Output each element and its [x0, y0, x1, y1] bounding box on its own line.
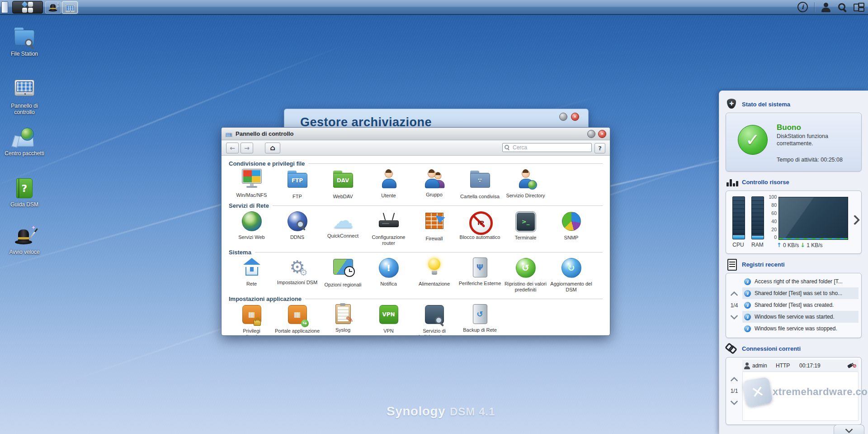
quick-launch-button[interactable]: ✦	[45, 1, 61, 14]
dsm-branding: Synology DSM 4.1	[387, 404, 495, 419]
taskbar: ✦ i	[0, 0, 868, 15]
app-network[interactable]: Rete	[229, 257, 274, 293]
search-icon[interactable]	[837, 2, 847, 12]
synology-logo: Synology	[387, 404, 445, 419]
app-winmacnfs[interactable]: Win/Mac/NFS	[229, 168, 274, 200]
dsm-update-icon: ↻	[561, 258, 582, 280]
log-list: iAccess right of the shared folder [T...…	[742, 276, 859, 334]
network-graph-yaxis: 100806040200	[766, 195, 777, 240]
desktop-icon-control-panel[interactable]: Pannello di controllo	[3, 77, 46, 116]
search-input[interactable]	[512, 144, 590, 151]
app-vpn[interactable]: VPNVPN	[366, 303, 411, 336]
app-webdav[interactable]: DAVWebDAV	[320, 168, 366, 200]
desktop-icon-dsm-help[interactable]: ?Guida DSM	[3, 177, 46, 208]
section-divider	[273, 205, 603, 206]
page-down-icon[interactable]	[731, 312, 738, 320]
resource-monitor-header: Controllo risorse	[726, 176, 862, 188]
app-syslog[interactable]: ✎Syslog	[320, 303, 366, 336]
app-app-portal[interactable]: ▦↪Portale applicazione	[274, 303, 320, 336]
pilot-view-icon[interactable]	[854, 3, 864, 12]
back-button[interactable]: ←	[226, 143, 239, 153]
external-devices-icon: Ψ	[469, 258, 491, 279]
app-notification[interactable]: !Notifica	[366, 257, 411, 293]
taskbar-separator	[814, 2, 815, 12]
app-terminal[interactable]: >_Terminale	[503, 210, 548, 246]
system-status-widget: ✓ Buono DiskStation funziona correttamen…	[726, 113, 862, 172]
app-external-devices[interactable]: ΨPeriferiche Esterne	[457, 257, 503, 293]
widget-title: Connessioni correnti	[742, 345, 801, 352]
info-icon: i	[744, 325, 751, 332]
minimize-button[interactable]	[587, 130, 595, 138]
log-text: Windows file service was stopped.	[755, 325, 837, 332]
app-group[interactable]: Gruppo	[411, 168, 457, 200]
close-button[interactable]: ✕	[571, 113, 579, 121]
window-title: Pannello di controllo	[236, 130, 294, 137]
app-label: Portale applicazione	[274, 328, 320, 334]
desktop-icon-quick-start[interactable]: ✦Avvio veloce	[3, 226, 46, 256]
app-snmp[interactable]: SNMP	[548, 210, 594, 246]
log-row[interactable]: iAccess right of the shared folder [T...	[742, 276, 859, 287]
log-row[interactable]: iWindows file service was stopped.	[742, 323, 859, 334]
page-up-icon[interactable]	[731, 377, 738, 385]
app-auto-block[interactable]: IPBlocco automatico	[457, 210, 503, 246]
page-indicator: 1/1	[731, 388, 738, 394]
minimize-button[interactable]	[559, 113, 567, 121]
app-power[interactable]: Alimentazione	[411, 257, 457, 293]
section-divider	[305, 299, 603, 299]
app-label: Alimentazione	[411, 281, 457, 287]
control-panel-titlebar[interactable]: Pannello di controllo ✕	[222, 128, 610, 140]
section: SistemaRete⚙⚙Impostazioni DSMOpzioni reg…	[229, 249, 603, 293]
app-ftp[interactable]: FTPFTP	[274, 168, 320, 200]
help-button[interactable]: ?	[594, 143, 605, 153]
app-ddns[interactable]: DDNS	[274, 210, 320, 246]
download-arrow-icon: ↓	[800, 242, 805, 248]
dsm-settings-icon: ⚙⚙	[287, 257, 308, 278]
log-row[interactable]: iShared folder [Test] was created.	[742, 299, 859, 311]
app-dsm-update[interactable]: ↻Aggiornamento del DSM	[548, 257, 594, 293]
desktop-icon-file-station[interactable]: File Station	[3, 25, 46, 57]
app-dsm-settings[interactable]: ⚙⚙Impostazioni DSM	[274, 257, 320, 293]
dsm-version: DSM 4.1	[450, 405, 495, 418]
app-label: Impostazioni DSM	[274, 280, 320, 286]
app-app-privileges[interactable]: ▦Privilegi applicazione	[229, 303, 274, 336]
app-web-services[interactable]: Servizi Web	[229, 210, 274, 246]
show-desktop-button[interactable]	[1, 1, 8, 13]
power-icon	[424, 258, 445, 280]
forward-button[interactable]: →	[241, 143, 253, 153]
desktop-icon-label: Centro pacchetti	[3, 151, 46, 157]
app-regional-options[interactable]: Opzioni regionali	[320, 257, 366, 293]
app-label: Backup di Rete	[457, 327, 503, 333]
syslog-icon: ✎	[332, 304, 354, 326]
connection-row[interactable]: admin HTTP 00:17:19 ⊘	[742, 360, 859, 372]
control-panel-task-button[interactable]	[62, 1, 78, 14]
app-media-indexing[interactable]: Servizio di indicizzazione multimediale	[411, 303, 457, 336]
home-button[interactable]: ⌂	[265, 143, 280, 153]
widget-panel-collapse-button[interactable]	[834, 424, 864, 434]
ram-gauge	[751, 196, 764, 239]
user-icon[interactable]	[821, 2, 831, 12]
log-row[interactable]: iWindows file service was started.	[742, 311, 859, 323]
connection-time: 00:17:19	[799, 362, 831, 369]
app-user[interactable]: Utente	[366, 168, 411, 200]
app-restore-defaults[interactable]: ↺Ripristino dei valori predefiniti	[503, 257, 548, 293]
disconnect-icon[interactable]: ⊘	[848, 363, 857, 369]
info-icon[interactable]: i	[797, 2, 808, 12]
app-directory-service[interactable]: Servizio Directory	[503, 168, 548, 200]
app-shared-folder[interactable]: ∵Cartella condivisa	[457, 168, 503, 200]
close-button[interactable]: ✕	[598, 130, 606, 138]
recent-logs-widget: 1/4 iAccess right of the shared folder […	[726, 273, 862, 338]
app-firewall[interactable]: Firewall	[411, 210, 457, 246]
page-down-icon[interactable]	[731, 398, 738, 405]
log-text: Shared folder [Test] was created.	[755, 302, 834, 308]
desktop-icon-package-center[interactable]: Centro pacchetti	[3, 127, 46, 157]
app-router-config[interactable]: Configurazione router	[366, 210, 411, 246]
search-icon	[505, 145, 510, 150]
app-network-backup[interactable]: ↺Backup di Rete	[457, 303, 503, 336]
connection-list-empty-area	[742, 372, 859, 421]
resource-detail-arrow[interactable]	[850, 215, 860, 225]
app-quickconnect[interactable]: ☁QuickConnect	[320, 210, 366, 246]
app-label: Ripristino dei valori predefiniti	[503, 281, 548, 293]
page-up-icon[interactable]	[731, 291, 738, 299]
log-row[interactable]: iShared folder [Test] was set to sho...	[742, 287, 859, 299]
main-menu-button[interactable]	[12, 1, 43, 14]
